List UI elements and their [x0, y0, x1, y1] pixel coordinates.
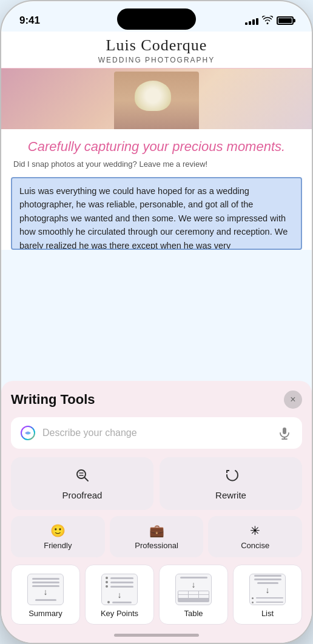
- summary-label: Summary: [29, 609, 62, 618]
- table-icon: ↓: [175, 574, 212, 605]
- panel-title: Writing Tools: [11, 392, 95, 408]
- table-label: Table: [184, 609, 203, 618]
- list-icon: ↓: [249, 574, 286, 605]
- close-icon: ×: [290, 395, 295, 404]
- proofread-icon: [75, 467, 90, 486]
- site-header: Luis Coderque Wedding Photography: [1, 32, 312, 69]
- selected-text[interactable]: Luis was everything we could have hoped …: [11, 177, 302, 250]
- close-button[interactable]: ×: [284, 391, 302, 409]
- svg-rect-1: [283, 428, 286, 434]
- search-placeholder: Describe your change: [42, 428, 269, 438]
- battery-icon: [277, 16, 294, 25]
- website-content: Luis Coderque Wedding Photography Carefu…: [1, 32, 312, 250]
- review-prompt: Did I snap photos at your wedding? Leave…: [1, 159, 312, 173]
- key-points-label: Key Points: [101, 609, 138, 618]
- list-button[interactable]: ↓ List: [233, 565, 302, 625]
- apple-intelligence-icon: [19, 424, 36, 441]
- concise-icon: ✳: [250, 523, 260, 538]
- tone-row: 🙂 Friendly 💼 Professional ✳ Concise: [11, 516, 302, 557]
- writing-tools-panel: Writing Tools ×: [1, 381, 312, 643]
- key-points-icon: ↓: [101, 574, 138, 605]
- signal-icon: [245, 16, 258, 25]
- microphone-button[interactable]: [275, 424, 294, 442]
- svg-line-5: [84, 477, 88, 481]
- friendly-button[interactable]: 🙂 Friendly: [11, 516, 105, 557]
- table-button[interactable]: ↓ Table: [159, 565, 228, 625]
- friendly-label: Friendly: [44, 541, 72, 550]
- wedding-image: [1, 69, 312, 129]
- phone-frame: 9:41 Luis Cod: [0, 0, 313, 644]
- key-points-button[interactable]: ↓ Key Points: [85, 565, 154, 625]
- site-subtitle: Wedding Photography: [13, 56, 300, 64]
- concise-label: Concise: [241, 541, 269, 550]
- main-action-row: Proofread Rewrite: [11, 457, 302, 510]
- dynamic-island: [117, 8, 196, 30]
- site-tagline: Carefully capturing your precious moment…: [1, 129, 312, 159]
- status-time: 9:41: [19, 15, 40, 27]
- panel-header: Writing Tools ×: [11, 391, 302, 409]
- professional-label: Professional: [135, 541, 178, 550]
- professional-icon: 💼: [149, 523, 164, 538]
- friendly-icon: 🙂: [50, 523, 66, 538]
- rewrite-label: Rewrite: [215, 490, 246, 500]
- concise-button[interactable]: ✳ Concise: [208, 516, 302, 557]
- rewrite-icon: [223, 467, 239, 486]
- rewrite-button[interactable]: Rewrite: [160, 457, 302, 510]
- search-bar[interactable]: Describe your change: [11, 417, 302, 449]
- professional-button[interactable]: 💼 Professional: [110, 516, 204, 557]
- proofread-button[interactable]: Proofread: [11, 457, 153, 510]
- status-icons: [245, 16, 294, 26]
- proofread-label: Proofread: [62, 490, 103, 500]
- format-row: ↓ Summary ↓ Key Po: [11, 565, 302, 625]
- site-title: Luis Coderque: [13, 36, 300, 55]
- wifi-icon: [262, 16, 273, 26]
- summary-button[interactable]: ↓ Summary: [11, 565, 80, 625]
- list-label: List: [261, 609, 274, 618]
- summary-icon: ↓: [27, 574, 64, 605]
- home-indicator: [114, 634, 199, 637]
